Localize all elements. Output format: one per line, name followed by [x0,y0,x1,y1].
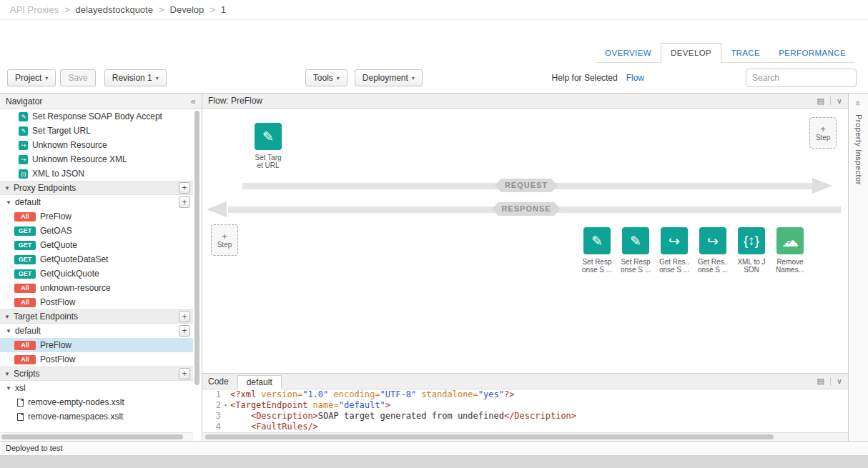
edit-icon[interactable]: ✎ [255,123,282,150]
code-line-1: 1<?xml version="1.0" encoding="UTF-8" st… [202,389,848,400]
line-number: 1 [202,389,221,400]
property-inspector-rail[interactable]: « Property Inspector [848,94,868,441]
method-badge: GET [14,241,36,250]
chevron-down-icon: ▾ [337,75,340,81]
panel-layout-icon[interactable]: ▤ [817,96,824,106]
navigator-row-proxy-endpoints[interactable]: ▼Proxy Endpoints+ [0,181,193,195]
cloud-check-icon[interactable]: ☁✓ [776,227,804,254]
response-step-3: ↪Get Res..onse S ... [660,227,689,274]
navigator-vertical-scrollbar[interactable] [194,111,201,429]
navigator-row-getquickquote[interactable]: GETGetQuickQuote [0,267,193,281]
panel-layout-icon[interactable]: ▤ [817,377,824,386]
breadcrumb-item-api-proxies[interactable]: API Proxies [10,4,59,15]
navigator-row-preflow[interactable]: AllPreFlow [0,209,193,224]
xml-to-json-icon[interactable]: {↕} [738,227,765,254]
breadcrumb-separator: > [159,4,164,15]
scrollbar-thumb[interactable] [194,111,199,385]
navigator-panel: Navigator « ✎Set Response SOAP Body Acce… [0,94,202,441]
step-label: RemoveNames... [772,258,808,274]
add-button[interactable]: + [179,311,190,322]
add-request-step-button[interactable]: + Step [809,117,837,149]
tab-bar: OVERVIEWDEVELOPTRACEPERFORMANCE [596,43,855,63]
tools-menu-button[interactable]: Tools ▾ [305,69,347,86]
flow-help-link[interactable]: Flow [626,73,644,83]
navigator-row-unknown-resource[interactable]: ↪Unknown Resource [0,138,193,152]
deployment-menu-button[interactable]: Deployment ▾ [355,69,423,86]
flow-label: PreFlow [40,211,71,221]
chevron-expanded-icon[interactable]: ▼ [6,328,11,334]
response-step-4: ↪Get Res..onse S ... [699,227,727,274]
expand-inspector-icon[interactable]: « [853,101,864,106]
divider [830,96,831,105]
navigator-row-postflow[interactable]: AllPostFlow [0,295,193,309]
section-label: Target Endpoints [14,312,78,322]
search-input[interactable] [746,69,857,87]
check-icon: ✓ [787,237,793,245]
navigator-row-getoas[interactable]: GETGetOAS [0,224,193,238]
response-step-2: ✎Set Response S ... [621,227,650,274]
add-response-step-button[interactable]: + Step [211,224,238,256]
response-step-6: ☁✓RemoveNames... [776,227,804,274]
breadcrumb-item-develop[interactable]: Develop [170,4,204,15]
collapse-navigator-icon[interactable]: « [191,96,196,106]
add-button[interactable]: + [179,325,190,337]
navigator-row-target-endpoints[interactable]: ▼Target Endpoints+ [0,309,193,324]
callout-icon[interactable]: ↪ [699,227,726,254]
chevron-expanded-icon[interactable]: ▼ [6,199,11,206]
navigator-row-xsl[interactable]: ▼xsl [0,381,193,395]
navigator-row-getquotedataset[interactable]: GETGetQuoteDataSet [0,252,193,267]
navigator-row-set-response-soap-body-accept[interactable]: ✎Set Response SOAP Body Accept [0,109,193,124]
navigator-row-scripts[interactable]: ▼Scripts+ [0,367,193,381]
collapse-panel-icon[interactable]: ∨ [837,96,842,106]
edit-icon[interactable]: ✎ [622,227,649,254]
navigator-row-unknown-resource[interactable]: Allunknown-resource [0,281,193,295]
navigator-row-xml-to-json[interactable]: {↕}XML to JSON [0,166,193,181]
collapse-panel-icon[interactable]: ∨ [837,377,842,386]
scrollbar-thumb[interactable] [205,434,774,439]
navigator-row-set-target-url[interactable]: ✎Set Target URL [0,124,193,138]
fold-marker-icon[interactable]: ▾ [221,400,230,411]
tab-trace[interactable]: TRACE [721,44,769,62]
step-label: Get Res..onse S ... [656,258,692,274]
navigator-title: Navigator [6,96,42,106]
method-badge: GET [14,226,36,236]
file-icon [17,413,24,421]
tab-overview[interactable]: OVERVIEW [596,44,661,62]
window-bottom-strip [0,455,868,468]
tab-performance[interactable]: PERFORMANCE [769,44,855,62]
code-tab-default[interactable]: default [237,375,282,389]
code-editor[interactable]: 1<?xml version="1.0" encoding="UTF-8" st… [202,389,848,441]
scrollbar-thumb[interactable] [1,434,183,439]
revision-menu-button[interactable]: Revision 1 ▾ [104,69,167,86]
flow-label: GetQuoteDataSet [40,254,108,264]
property-inspector-label: Property Inspector [854,114,863,185]
navigator-row-unknown-resource-xml[interactable]: ↪Unknown Resource XML [0,152,193,166]
navigator-row-remove-empty-nodes-xslt[interactable]: remove-empty-nodes.xslt [0,395,193,409]
navigator-row-default[interactable]: ▼default+ [0,195,193,209]
navigator-horizontal-scrollbar[interactable] [0,432,193,441]
chevron-expanded-icon[interactable]: ▼ [4,314,10,320]
chevron-expanded-icon[interactable]: ▼ [4,371,10,377]
add-button[interactable]: + [179,196,190,208]
add-button[interactable]: + [179,368,190,379]
chevron-expanded-icon[interactable]: ▼ [6,385,11,392]
file-icon [17,399,24,407]
edit-icon[interactable]: ✎ [583,227,611,254]
navigator-row-default[interactable]: ▼default+ [0,324,193,338]
navigator-row-getquote[interactable]: GETGetQuote [0,238,193,252]
flow-label: PostFlow [40,354,75,364]
breadcrumb-item-1[interactable]: 1 [221,4,226,15]
code-horizontal-scrollbar[interactable] [202,432,848,441]
navigator-row-preflow[interactable]: AllPreFlow [0,338,193,352]
add-button[interactable]: + [179,182,190,194]
chevron-expanded-icon[interactable]: ▼ [4,185,10,191]
tab-develop[interactable]: DEVELOP [661,43,721,63]
callout-icon[interactable]: ↪ [661,227,688,254]
navigator-row-remove-namespaces-xslt[interactable]: remove-namespaces.xslt [0,409,193,424]
method-badge: All [14,298,36,307]
navigator-row-postflow[interactable]: AllPostFlow [0,352,193,367]
project-menu-button[interactable]: Project ▾ [7,69,56,86]
flow-label: PreFlow [40,340,71,350]
save-button[interactable]: Save [60,69,95,86]
breadcrumb-item-delayedstockquote[interactable]: delayedstockquote [76,4,153,15]
